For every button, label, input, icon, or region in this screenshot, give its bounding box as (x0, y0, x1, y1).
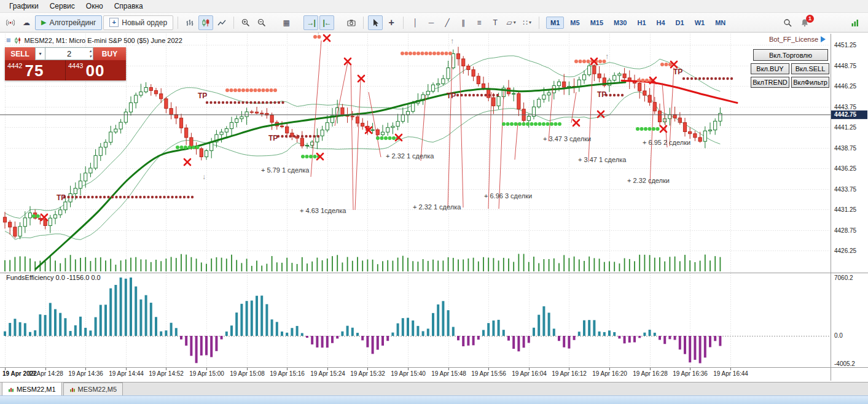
notification-badge: 1 (806, 15, 814, 23)
vertical-line-tool[interactable]: │ (408, 15, 423, 30)
svg-text:19 Apr 15:32: 19 Apr 15:32 (350, 370, 385, 377)
svg-text:0.0: 0.0 (834, 332, 843, 339)
menu-сервис[interactable]: Сервис (44, 1, 80, 12)
svg-text:19 Apr 14:44: 19 Apr 14:44 (109, 370, 144, 377)
toggle-trend-button[interactable]: ВклTREND (751, 77, 789, 88)
algo-trading-button[interactable]: ▶ Алготрейдинг (35, 15, 102, 30)
cloud-icon[interactable]: ☁ (19, 15, 34, 30)
new-order-label: Новый ордер (122, 18, 167, 27)
ask-price-pips: 00 (85, 63, 104, 79)
ask-price-main: 4443 (68, 61, 83, 69)
volume-dropdown[interactable]: ▾ (35, 47, 45, 60)
timeframe-h1[interactable]: H1 (633, 17, 650, 29)
toolbar: ☁ ▶ Алготрейдинг + Новый ордер ▦ →| |← (0, 13, 868, 33)
new-order-button[interactable]: + Новый ордер (103, 15, 173, 30)
svg-text:TP: TP (57, 193, 66, 202)
zoom-out-icon[interactable] (254, 15, 269, 30)
price-chart-canvas[interactable]: 7060.20.0-4005.2FundsEfficiency 0.0 -115… (0, 0, 868, 404)
svg-text:4433.75: 4433.75 (834, 186, 857, 193)
svg-text:+ 2.32 1 сделка: + 2.32 1 сделка (413, 203, 461, 211)
window-menu-icon[interactable]: ≡ (6, 36, 11, 45)
timeframe-d1[interactable]: D1 (671, 17, 689, 29)
horizontal-line-tool[interactable]: ─ (424, 15, 439, 30)
tab-mesm22-m5[interactable]: MESM22,M5 (63, 383, 123, 395)
timeframe-m15[interactable]: M15 (586, 17, 608, 29)
svg-text:19 Apr 15:24: 19 Apr 15:24 (310, 370, 345, 377)
svg-text:↑: ↑ (605, 52, 609, 61)
tab-chart-icon (69, 386, 76, 392)
trendline-tool[interactable]: ╱ (440, 15, 455, 30)
timeframe-m1[interactable]: M1 (546, 17, 564, 29)
menu-графики[interactable]: Графики (4, 1, 44, 12)
timeframe-mn[interactable]: MN (711, 17, 730, 29)
step-down-icon[interactable]: ▾ (89, 53, 92, 59)
buy-button[interactable]: BUY (93, 47, 126, 60)
svg-text:+ 2.32 1 сделка: + 2.32 1 сделка (386, 152, 434, 160)
svg-text:19 Apr 14:28: 19 Apr 14:28 (28, 370, 63, 377)
timeframe-h4[interactable]: H4 (652, 17, 670, 29)
license-label: Bot_FF_License (769, 36, 818, 43)
tab-chart-icon (8, 386, 14, 392)
cursor-icon[interactable] (368, 15, 383, 30)
tab-mesm22-m1[interactable]: MESM22,M1 (2, 382, 62, 395)
toggle-filter-button[interactable]: ВклФильтр (791, 77, 829, 88)
signal-icon[interactable] (3, 15, 18, 30)
svg-text:19 Apr 15:16: 19 Apr 15:16 (270, 370, 305, 377)
svg-text:TP: TP (673, 68, 682, 76)
candlestick-chart-icon[interactable] (198, 15, 213, 30)
chevron-down-icon: ▾ (514, 20, 516, 25)
sell-button[interactable]: SELL (5, 47, 35, 60)
bar-chart-icon[interactable] (182, 15, 197, 30)
send-icon[interactable] (821, 36, 826, 42)
search-icon[interactable] (780, 15, 795, 30)
volume-input[interactable]: 2 ▴▾ (45, 47, 93, 60)
play-icon: ▶ (41, 18, 46, 26)
svg-text:4446.25: 4446.25 (834, 83, 857, 90)
chart-levels-icon[interactable] (848, 15, 862, 30)
toggle-trading-button[interactable]: Вкл.Торговлю (753, 49, 828, 61)
volume-stepper[interactable]: ▴▾ (89, 48, 92, 59)
svg-text:+ 6.96 3 сделки: + 6.96 3 сделки (484, 192, 532, 200)
ask-quote: 4443 00 (66, 60, 126, 80)
objects-tool[interactable]: ∷▾ (520, 15, 534, 30)
autoscroll-icon[interactable]: →| (303, 15, 318, 30)
svg-text:19 Apr 16:28: 19 Apr 16:28 (633, 370, 668, 377)
svg-text:-4005.2: -4005.2 (834, 360, 855, 367)
current-price-tag (831, 111, 867, 119)
chart-shift-icon[interactable]: |← (319, 15, 334, 30)
indicator-pane: 7060.20.0-4005.2FundsEfficiency 0.0 -115… (4, 274, 855, 367)
toolbar-separator (363, 17, 364, 29)
bid-quote: 4442 75 (5, 60, 66, 80)
timeframe-m5[interactable]: M5 (566, 17, 584, 29)
line-chart-icon[interactable] (214, 15, 229, 30)
menu-окно[interactable]: Окно (80, 1, 109, 12)
step-up-icon[interactable]: ▴ (89, 48, 92, 53)
grid-icon[interactable]: ▦ (279, 15, 294, 30)
timeframe-m30[interactable]: M30 (609, 17, 631, 29)
menu-справка[interactable]: Справка (109, 1, 149, 12)
notifications-icon[interactable]: 1 (797, 15, 812, 30)
fibonacci-tool[interactable]: ≡ (472, 15, 487, 30)
toggle-sell-button[interactable]: Вкл.SELL (791, 63, 829, 74)
timeframe-group: M1M5M15M30H1H4D1W1MN (546, 17, 730, 29)
svg-text:19 Apr 16:04: 19 Apr 16:04 (512, 370, 547, 377)
svg-text:7060.2: 7060.2 (834, 274, 853, 281)
chart-icon (14, 37, 22, 44)
crosshair-icon[interactable]: + (384, 15, 399, 30)
screenshot-icon[interactable] (344, 15, 359, 30)
svg-text:+ 6.95 2 сделки: + 6.95 2 сделки (643, 139, 690, 146)
svg-text:19 Apr 15:48: 19 Apr 15:48 (431, 370, 466, 377)
svg-text:19 Apr 15:40: 19 Apr 15:40 (391, 370, 426, 377)
toolbar-right-group: 1 (780, 15, 862, 30)
timeframe-w1[interactable]: W1 (690, 17, 710, 29)
moving-averages (36, 80, 737, 269)
toggle-buy-button[interactable]: Вкл.BUY (751, 63, 789, 74)
zoom-in-icon[interactable] (238, 15, 253, 30)
channel-tool[interactable]: ∥ (456, 15, 471, 30)
svg-text:19 Apr 15:00: 19 Apr 15:00 (189, 370, 224, 377)
svg-text:4436.25: 4436.25 (834, 165, 857, 172)
text-tool[interactable]: T (488, 15, 502, 30)
shapes-tool[interactable]: ▱▾ (504, 15, 518, 30)
bid-price-main: 4442 (7, 61, 22, 69)
bollinger-bands (5, 56, 720, 239)
